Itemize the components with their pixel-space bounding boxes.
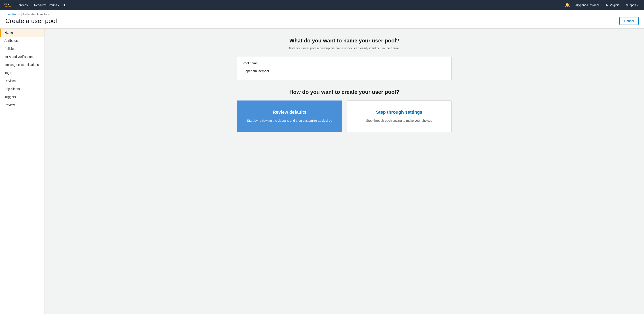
sidebar-item-devices[interactable]: Devices	[0, 77, 44, 85]
main-layout: Name Attributes Policies MFA and verific…	[0, 29, 644, 314]
aws-logo[interactable]: aws	[4, 2, 12, 8]
resource-groups-chevron-icon: ▾	[58, 4, 59, 6]
sidebar-item-tags[interactable]: Tags	[0, 69, 44, 77]
sidebar-item-attributes[interactable]: Attributes	[0, 37, 44, 45]
region-chevron-icon: ▾	[620, 4, 622, 6]
pin-icon[interactable]: ★	[61, 3, 68, 7]
sidebar-item-review[interactable]: Review	[0, 101, 44, 109]
sidebar: Name Attributes Policies MFA and verific…	[0, 29, 45, 314]
account-label: lazypanda.instance	[575, 3, 600, 7]
breadcrumb-separator: |	[21, 12, 22, 16]
review-defaults-card[interactable]: Review defaults Start by reviewing the d…	[237, 101, 342, 132]
page-title-row: Create a user pool Cancel	[5, 17, 639, 25]
sidebar-item-review-label: Review	[4, 103, 15, 107]
account-chevron-icon: ▾	[600, 4, 602, 6]
user-pools-link[interactable]: User Pools	[5, 12, 20, 16]
support-nav-item[interactable]: Support ▾	[624, 0, 640, 10]
step-through-title: Step through settings	[352, 110, 446, 115]
sidebar-item-app-clients[interactable]: App clients	[0, 85, 44, 93]
services-label: Services	[16, 3, 28, 7]
sidebar-item-triggers[interactable]: Triggers	[0, 93, 44, 101]
review-defaults-title: Review defaults	[242, 110, 336, 115]
nav-right: 🔔 lazypanda.instance ▾ N. Virginia ▾ Sup…	[562, 0, 640, 10]
cancel-button[interactable]: Cancel	[620, 17, 639, 25]
sidebar-item-name[interactable]: Name	[0, 29, 44, 37]
pool-name-input[interactable]	[242, 67, 446, 75]
support-label: Support	[626, 3, 636, 7]
federated-identities-label: Federated Identities	[23, 12, 49, 16]
bell-icon[interactable]: 🔔	[562, 2, 572, 7]
sidebar-item-triggers-label: Triggers	[4, 95, 16, 99]
create-question: How do you want to create your user pool…	[237, 89, 452, 95]
page-header: User Pools | Federated Identities Create…	[0, 10, 644, 29]
sidebar-item-app-clients-label: App clients	[4, 87, 20, 91]
how-section: How do you want to create your user pool…	[237, 89, 452, 132]
sidebar-item-mfa-label: MFA and verifications	[4, 55, 34, 58]
options-row: Review defaults Start by reviewing the d…	[237, 101, 452, 132]
pool-name-label: Pool name	[242, 61, 446, 65]
sidebar-item-tags-label: Tags	[4, 71, 11, 75]
top-nav: aws Services ▾ Resource Groups ▾ ★ 🔔 laz…	[0, 0, 644, 10]
sidebar-item-policies[interactable]: Policies	[0, 45, 44, 53]
sidebar-item-message-label: Message customizations	[4, 63, 39, 67]
breadcrumb: User Pools | Federated Identities	[5, 12, 639, 16]
step-through-desc: Step through each setting to make your c…	[352, 118, 446, 123]
page-title: Create a user pool	[5, 17, 57, 24]
review-defaults-desc: Start by reviewing the defaults and then…	[242, 118, 336, 123]
resource-groups-label: Resource Groups	[34, 3, 57, 7]
region-label: N. Virginia	[606, 3, 620, 7]
svg-text:aws: aws	[4, 3, 9, 6]
sidebar-item-attributes-label: Attributes	[4, 39, 18, 42]
sidebar-item-name-label: Name	[4, 31, 13, 34]
pool-name-section: Pool name	[237, 57, 452, 80]
main-content: What do you want to name your user pool?…	[45, 29, 644, 314]
services-nav-item[interactable]: Services ▾	[14, 0, 32, 10]
sidebar-item-devices-label: Devices	[4, 79, 16, 83]
name-question: What do you want to name your user pool?	[58, 37, 630, 44]
support-chevron-icon: ▾	[637, 4, 638, 6]
services-chevron-icon: ▾	[28, 4, 30, 6]
name-description: Give your user pool a descriptive name s…	[58, 46, 630, 50]
sidebar-item-policies-label: Policies	[4, 47, 15, 50]
account-nav-item[interactable]: lazypanda.instance ▾	[572, 0, 604, 10]
sidebar-item-message[interactable]: Message customizations	[0, 61, 44, 69]
region-nav-item[interactable]: N. Virginia ▾	[604, 0, 624, 10]
resource-groups-nav-item[interactable]: Resource Groups ▾	[32, 0, 61, 10]
step-through-card[interactable]: Step through settings Step through each …	[346, 101, 452, 132]
sidebar-item-mfa[interactable]: MFA and verifications	[0, 53, 44, 61]
